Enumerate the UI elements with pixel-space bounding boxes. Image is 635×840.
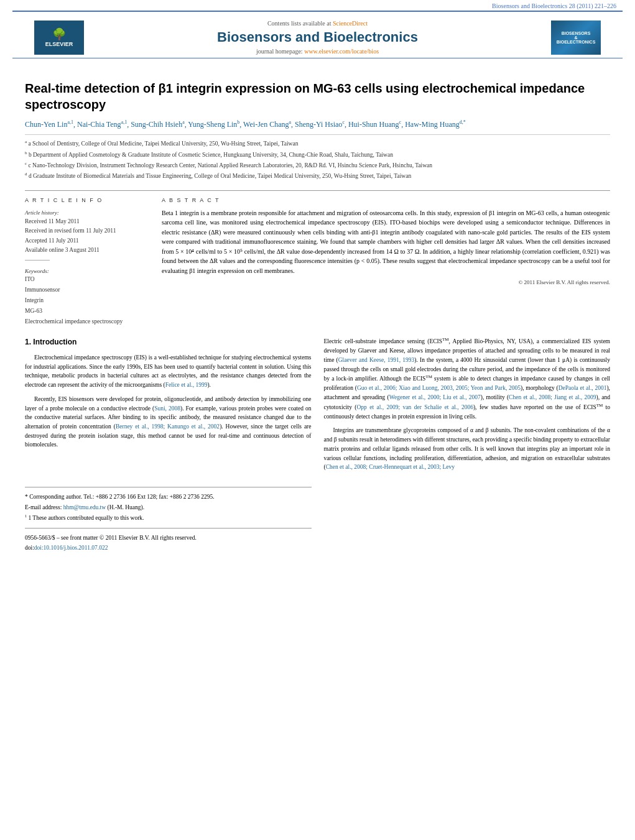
keyword-ito: ITO [25,274,149,285]
abstract-paragraph: Beta 1 integrin is a membrane protein re… [162,208,610,276]
ref-chen: Chen et al., 2008; Jiang et al., 2009 [509,394,596,400]
footnote-1-line: 1 1 These authors contributed equally to… [25,514,312,523]
available-date: Available online 3 August 2011 [25,246,149,255]
ref-guo: Guo et al., 2006; Xiao and Luong, 2003, … [357,385,521,391]
received-date: Received 11 May 2011 [25,217,149,226]
homepage-url[interactable]: www.elsevier.com/locate/bios [304,48,379,55]
doi-label: doi: [25,545,34,551]
footnote-email-label: E-mail address: [25,504,62,510]
body-text-cols: 1. Introduction Electrochemical impedanc… [25,336,610,554]
author-sup-a: a,1 [67,119,73,125]
intro-section-title: 1. Introduction [25,336,312,348]
affil-b: b b Department of Applied Cosmetology & … [25,150,610,159]
affil-a: a a School of Dentistry, College of Oral… [25,139,610,148]
footnote-divider [25,487,312,487]
keyword-eis: Electrochemical impedance spectroscopy [25,316,149,327]
footnote-sup-1: 1 [25,514,27,518]
abstract-header: A B S T R A C T [162,197,610,203]
keyword-mg63: MG-63 [25,306,149,316]
ref-suni: Suni, 2008 [154,405,180,412]
footnote-1-text: 1 These authors contributed equally to t… [28,515,144,521]
intro-p2: Recently, EIS biosensors were developed … [25,395,312,450]
article-history-block: Article history: Received 11 May 2011 Re… [25,208,149,255]
sciencedirect-link[interactable]: ScienceDirect [333,20,368,27]
elsevier-logo: 🌳 ELSEVIER [34,21,84,55]
article-info-abstract-cols: A R T I C L E I N F O Article history: R… [25,190,610,328]
authors-line: Chun-Yen Lina,1, Nai-Chia Tenga,1, Sung-… [25,119,610,131]
info-divider [25,260,50,261]
article-title: Real-time detection of β1 integrin expre… [25,80,610,113]
footnote-email-address[interactable]: hhm@tmu.edu.tw [63,504,108,510]
abstract-col: A B S T R A C T Beta 1 integrin is a mem… [162,197,610,328]
ref-felice: Felice et al., 1999 [165,382,208,388]
received-revised-date: Received in revised form 11 July 2011 [25,226,149,236]
bottom-divider [25,528,312,528]
accepted-date: Accepted 11 July 2011 [25,236,149,246]
elsevier-text: ELSEVIER [45,41,73,47]
main-content: Real-time detection of β1 integrin expre… [0,58,635,566]
page-container: Biosensors and Bioelectronics 28 (2011) … [0,0,635,840]
ref-depaola: DePaola et al., 2001 [559,385,607,391]
article-info-header: A R T I C L E I N F O [25,197,149,203]
body-col-right: Electric cell-substrate impedance sensin… [324,336,611,554]
affil-c: c c Nano-Technology Division, Instrument… [25,160,610,170]
keywords-label: Keywords: [25,268,149,274]
journal-logo-right: BIOSENSORS & BIOELECTRONICS [548,17,604,58]
intro-p1: Electrochemical impedance spectroscopy (… [25,353,312,390]
keyword-integrin: Integrin [25,295,149,306]
doi-line: doi:doi:10.1016/j.bios.2011.07.022 [25,543,312,553]
footnote-star-text: * Corresponding author. Tel.: +886 2 273… [25,494,215,500]
footnotes-area: * Corresponding author. Tel.: +886 2 273… [25,487,312,553]
journal-citation-bar: Biosensors and Bioelectronics 28 (2011) … [0,0,635,11]
footnote-star-line: * Corresponding author. Tel.: +886 2 273… [25,492,312,502]
found-text: found [330,238,345,245]
footnote-email-line: E-mail address: hhm@tmu.edu.tw (H.-M. Hu… [25,503,312,512]
journal-center-info: Contents lists available at ScienceDirec… [87,17,548,58]
affiliations-block: a a School of Dentistry, College of Oral… [25,134,610,181]
elsevier-tree-icon: 🌳 [52,27,66,41]
doi-link[interactable]: doi:10.1016/j.bios.2011.07.022 [34,545,108,551]
author-sup-a1: a,1 [121,119,127,125]
footnote-email-name: (H.-M. Huang). [108,504,145,510]
journal-title: Biosensors and Bioelectronics [93,29,542,45]
ref-opp: Opp et al., 2009; van der Schalie et al.… [356,404,473,410]
ref-chen2: Chen et al., 2008; Cruet-Hennequart et a… [326,464,455,470]
ref-wegener: Wegener et al., 2000; Liu et al., 2007 [389,394,481,400]
abstract-text: Beta 1 integrin is a membrane protein re… [162,208,610,276]
journal-citation-text: Biosensors and Bioelectronics 28 (2011) … [492,2,616,9]
keyword-immunosensor: Immunosensor [25,285,149,295]
ref-glaever-1: Glaever and Keese, 1991, 1993 [338,357,415,363]
journal-homepage-line: journal homepage: www.elsevier.com/locat… [93,48,542,55]
article-info-col: A R T I C L E I N F O Article history: R… [25,197,149,328]
author-sup-c2: c [399,119,402,125]
affil-d: d d Graduate Institute of Biomedical Mat… [25,171,610,180]
ecis-p1: Electric cell-substrate impedance sensin… [324,336,611,421]
article-history-label: Article history: [25,208,149,217]
author-sup-d: d,* [460,119,466,125]
body-col-left: 1. Introduction Electrochemical impedanc… [25,336,312,554]
author-sup-a3: a [289,119,291,125]
integrin-p1: Integrins are transmembrane glycoprotein… [324,426,611,472]
contents-text: Contents lists available at [267,20,331,27]
author-sup-b: b [237,119,239,125]
copyright-line: © 2011 Elsevier B.V. All rights reserved… [162,279,610,285]
homepage-label: journal homepage: [256,48,303,55]
elsevier-logo-container: 🌳 ELSEVIER [31,17,87,58]
journal-logo-text: BIOSENSORS & BIOELECTRONICS [557,31,596,44]
contents-available-line: Contents lists available at ScienceDirec… [93,20,542,27]
journal-brand-logo: BIOSENSORS & BIOELECTRONICS [551,21,601,55]
journal-header: 🌳 ELSEVIER Contents lists available at S… [12,11,623,58]
author-sup-a2: a [182,119,185,125]
author-sup-c: c [342,119,345,125]
issn-line: 0956-5663/$ – see front matter © 2011 El… [25,533,312,543]
ref-berney: Berney et al., 1998; Kanungo et al., 200… [116,423,220,430]
keywords-block: Keywords: ITO Immunosensor Integrin MG-6… [25,268,149,327]
